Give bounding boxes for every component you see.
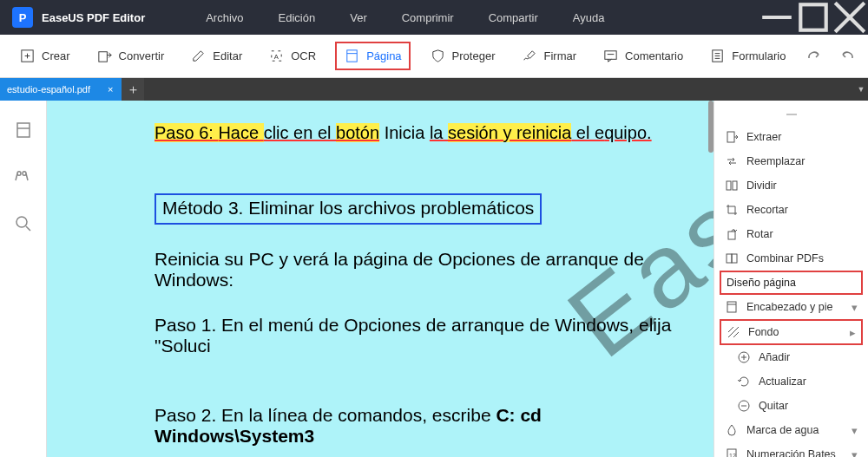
add-tab-button[interactable]: ＋ (122, 78, 144, 101)
right-panel: Extraer Reemplazar Dividir Recortar Rota… (713, 101, 868, 457)
scrollbar-thumb[interactable] (708, 101, 713, 153)
tool-editar[interactable]: Editar (183, 43, 249, 69)
rp-marca-agua[interactable]: Marca de agua▾ (714, 418, 868, 442)
thumbnails-icon[interactable] (13, 120, 34, 140)
left-sidebar (0, 101, 47, 457)
chevron-right-icon: ▸ (850, 326, 856, 339)
svg-line-33 (728, 327, 733, 332)
tag-icon[interactable] (13, 166, 34, 187)
svg-rect-28 (728, 232, 735, 239)
rp-reemplazar[interactable]: Reemplazar (714, 149, 868, 173)
tab-strip (144, 78, 854, 101)
paragraph-line3: Paso 2. En la línea de comandos, escribe… (155, 405, 693, 447)
tool-formulario[interactable]: Formulario (702, 43, 792, 69)
menu-comprimir[interactable]: Comprimir (402, 11, 454, 24)
main-menu: Archivo Edición Ver Comprimir Compartir … (206, 11, 604, 24)
title-bar: P EaseUS PDF Editor Archivo Edición Ver … (0, 0, 868, 35)
rp-fondo[interactable]: Fondo▸ (720, 319, 863, 345)
svg-rect-27 (733, 181, 737, 190)
menu-ayuda[interactable]: Ayuda (573, 11, 605, 24)
minimize-button[interactable] (759, 0, 795, 35)
menu-edicion[interactable]: Edición (279, 11, 316, 24)
svg-rect-7 (98, 52, 107, 62)
tool-pagina[interactable]: Página (335, 42, 410, 70)
tool-convertir[interactable]: Convertir (89, 43, 172, 69)
tool-ocr[interactable]: AOCR (261, 43, 323, 69)
pdf-page: Paso 6: Hace clic en el botón Inicia la … (47, 101, 713, 457)
svg-rect-29 (727, 254, 732, 263)
tool-comentario[interactable]: Comentario (595, 43, 690, 69)
svg-text:A: A (274, 53, 279, 61)
rp-section-diseno: Diseño página (720, 271, 863, 295)
svg-rect-26 (727, 181, 731, 190)
svg-text:12: 12 (729, 453, 736, 457)
menu-archivo[interactable]: Archivo (206, 11, 243, 24)
tool-firmar[interactable]: Firmar (514, 43, 583, 69)
document-viewport[interactable]: Paso 6: Hace clic en el botón Inicia la … (47, 101, 713, 457)
svg-line-34 (728, 327, 739, 337)
tool-proteger[interactable]: Proteger (423, 43, 503, 69)
svg-line-23 (26, 226, 30, 231)
rp-actualizar[interactable]: Actualizar (714, 369, 868, 394)
document-tab-bar: estudio-español.pdf × ＋ ▼ (0, 78, 868, 101)
app-title: EaseUS PDF Editor (42, 11, 145, 24)
rp-quitar[interactable]: Quitar (714, 394, 868, 418)
svg-rect-30 (732, 254, 737, 263)
main-toolbar: Crear Convertir Editar AOCR Página Prote… (0, 35, 868, 78)
tab-overflow-icon[interactable]: ▼ (854, 78, 868, 101)
tool-crear[interactable]: Crear (12, 43, 77, 69)
window-controls (759, 0, 868, 35)
panel-top-collapse[interactable] (714, 108, 868, 125)
rp-rotar[interactable]: Rotar (714, 222, 868, 246)
menu-ver[interactable]: Ver (350, 11, 367, 24)
rp-dividir[interactable]: Dividir (714, 173, 868, 198)
toolbar-right (805, 48, 868, 65)
rp-anadir[interactable]: Añadir (714, 345, 868, 369)
paragraph-paso6: Paso 6: Hace clic en el botón Inicia la … (155, 123, 693, 143)
menu-compartir[interactable]: Compartir (489, 11, 538, 24)
rp-recortar[interactable]: Recortar (714, 198, 868, 222)
undo-icon[interactable] (839, 48, 857, 65)
search-icon[interactable] (13, 213, 34, 234)
document-tab-label: estudio-español.pdf (7, 84, 90, 95)
rp-encabezado[interactable]: Encabezado y pie▾ (714, 295, 868, 319)
svg-line-35 (733, 332, 739, 337)
svg-rect-20 (17, 123, 30, 137)
rp-numeracion[interactable]: 12Numeración Bates▾ (714, 442, 868, 457)
rp-combinar[interactable]: Combinar PDFs (714, 246, 868, 271)
app-logo-icon: P (12, 7, 33, 28)
close-button[interactable] (832, 0, 868, 35)
svg-rect-25 (727, 132, 734, 142)
chevron-down-icon: ▾ (852, 301, 858, 314)
document-tab[interactable]: estudio-español.pdf × (0, 78, 122, 101)
rp-extraer[interactable]: Extraer (714, 125, 868, 149)
chevron-down-icon: ▾ (852, 448, 858, 458)
svg-rect-12 (605, 51, 616, 60)
chevron-down-icon: ▾ (852, 424, 858, 437)
redo-icon[interactable] (805, 48, 822, 65)
heading-method3: Método 3. Eliminar los archivos problemá… (155, 193, 542, 225)
svg-rect-31 (727, 302, 736, 312)
svg-point-22 (16, 217, 27, 227)
svg-rect-1 (800, 4, 825, 29)
close-tab-icon[interactable]: × (108, 84, 113, 95)
maximize-button[interactable] (795, 0, 832, 35)
svg-rect-10 (347, 50, 357, 62)
